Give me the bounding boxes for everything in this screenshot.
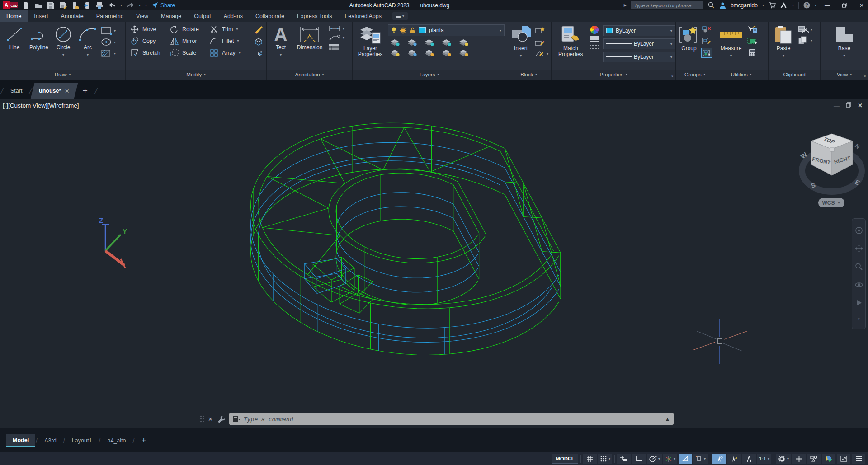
- annotation-monitor[interactable]: [792, 454, 806, 464]
- layer-tool-icon[interactable]: [458, 38, 469, 47]
- model-space-toggle[interactable]: MODEL: [552, 454, 578, 464]
- username[interactable]: bmcgarrido: [731, 2, 758, 9]
- ribbon-display-toggle[interactable]: ▬▾: [392, 12, 408, 20]
- ribbon-tab-output[interactable]: Output: [188, 10, 217, 22]
- plot-icon[interactable]: [96, 2, 104, 9]
- share-button[interactable]: Share: [151, 2, 175, 9]
- properties-expander-icon[interactable]: ↘: [670, 73, 674, 78]
- trim-button[interactable]: Trim▾: [210, 23, 251, 35]
- open-from-web-icon[interactable]: [71, 2, 79, 9]
- grid-toggle[interactable]: [583, 454, 597, 464]
- qat-customize-icon[interactable]: ▾: [145, 3, 147, 7]
- navbar-more-icon[interactable]: ▾: [858, 317, 860, 321]
- layer-dropdown[interactable]: planta ▾: [388, 24, 505, 36]
- customization-menu[interactable]: [852, 454, 865, 464]
- measure-dropdown-icon[interactable]: ▾: [730, 53, 732, 59]
- save-icon[interactable]: [47, 2, 55, 9]
- cut-button[interactable]: ▾: [797, 25, 812, 33]
- polyline-button[interactable]: Polyline: [27, 23, 51, 51]
- undo-icon[interactable]: [108, 2, 116, 9]
- layout-tab-a3rd[interactable]: A3rd: [38, 435, 62, 446]
- mirror-button[interactable]: Mirror: [170, 35, 208, 47]
- help-dropdown-icon[interactable]: ▾: [815, 3, 816, 7]
- text-dropdown-icon[interactable]: ▾: [280, 52, 282, 58]
- annotation-scale-icon[interactable]: [742, 454, 756, 464]
- open-folder-icon[interactable]: [35, 2, 42, 9]
- layer-tool-icon[interactable]: [441, 48, 452, 57]
- dimension-button[interactable]: Dimension: [294, 23, 326, 51]
- move-button[interactable]: Move: [130, 23, 168, 35]
- rotate-button[interactable]: Rotate: [170, 23, 208, 35]
- array-dropdown-icon[interactable]: ▾: [239, 51, 241, 55]
- arc-button[interactable]: Arc ▾: [76, 23, 99, 58]
- quick-select-button[interactable]: [747, 24, 758, 34]
- new-layout-button[interactable]: +: [135, 433, 153, 448]
- help-icon[interactable]: ?: [803, 2, 810, 9]
- ribbon-tab-collaborate[interactable]: Collaborate: [249, 10, 291, 22]
- create-block-button[interactable]: [534, 25, 545, 35]
- trim-dropdown-icon[interactable]: ▾: [236, 27, 238, 31]
- linetype-dropdown[interactable]: ByLayer ▾: [603, 52, 675, 62]
- autoscale-toggle[interactable]: [727, 454, 741, 464]
- graphics-performance[interactable]: [822, 454, 835, 464]
- ribbon-tab-insert[interactable]: Insert: [28, 10, 54, 22]
- command-close-icon[interactable]: ✕: [208, 416, 213, 423]
- circle-button[interactable]: Circle ▾: [52, 23, 75, 58]
- search-icon[interactable]: [708, 2, 715, 9]
- quick-calculator-button[interactable]: [747, 48, 758, 58]
- zoom-icon[interactable]: [855, 263, 863, 271]
- snap-toggle[interactable]: ▾: [598, 454, 612, 464]
- lineweight-dropdown[interactable]: ByLayer ▾: [603, 38, 675, 49]
- explode-button[interactable]: [253, 37, 264, 47]
- layer-tool-icon[interactable]: [390, 38, 401, 47]
- fillet-button[interactable]: Fillet▾: [210, 35, 251, 47]
- save-as-icon[interactable]: [59, 2, 67, 9]
- file-tab-close-icon[interactable]: ✕: [65, 88, 70, 94]
- user-dropdown-icon[interactable]: ▾: [762, 3, 764, 7]
- match-properties-button[interactable]: Match Properties: [555, 23, 586, 57]
- ribbon-tab-annotate[interactable]: Annotate: [55, 10, 90, 22]
- edit-attributes-button[interactable]: ▾: [534, 50, 548, 58]
- save-to-web-icon[interactable]: [84, 2, 91, 9]
- user-avatar-icon[interactable]: [719, 2, 726, 9]
- layer-tool-icon[interactable]: [424, 38, 435, 47]
- layout-tab-layout1[interactable]: Layout1: [66, 435, 98, 446]
- ellipse-button[interactable]: ▾: [100, 38, 116, 46]
- linear-dimension-button[interactable]: ▾: [328, 25, 344, 32]
- new-file-icon[interactable]: [23, 2, 30, 9]
- orbit-icon[interactable]: [855, 281, 863, 289]
- line-button[interactable]: Line: [3, 23, 26, 51]
- insert-dropdown-icon[interactable]: ▾: [520, 53, 522, 59]
- object-snap-toggle[interactable]: ▾: [693, 454, 708, 464]
- lineweight-icon[interactable]: [590, 36, 599, 42]
- ribbon-tab-parametric[interactable]: Parametric: [90, 10, 130, 22]
- panel-label-layers[interactable]: Layers▾: [353, 70, 506, 80]
- customize-wrench-icon[interactable]: [217, 415, 226, 423]
- file-tab-start[interactable]: Start: [4, 83, 28, 99]
- autocad-logo-icon[interactable]: ACAD: [3, 1, 18, 9]
- isodraft-toggle[interactable]: ▾: [663, 454, 677, 464]
- edit-block-button[interactable]: [534, 38, 545, 47]
- undo-dropdown-icon[interactable]: ▾: [120, 3, 122, 7]
- panel-label-draw[interactable]: Draw▾: [0, 70, 125, 80]
- ribbon-tab-view[interactable]: View: [130, 10, 155, 22]
- stretch-button[interactable]: Stretch: [130, 47, 168, 58]
- show-motion-icon[interactable]: [855, 299, 863, 307]
- pan-icon[interactable]: [855, 244, 863, 253]
- ribbon-tab-manage[interactable]: Manage: [155, 10, 188, 22]
- panel-label-annotation[interactable]: Annotation▾: [267, 70, 352, 80]
- close-button[interactable]: ✕: [855, 0, 868, 10]
- layer-tool-icon[interactable]: [390, 48, 401, 57]
- group-selection-toggle[interactable]: [701, 48, 712, 58]
- layer-tool-icon[interactable]: [441, 38, 452, 47]
- copy-button[interactable]: Copy: [130, 35, 168, 47]
- group-edit-button[interactable]: [701, 36, 712, 46]
- view-expander-icon[interactable]: ↘: [863, 73, 866, 78]
- ortho-toggle[interactable]: [632, 454, 646, 464]
- measure-button[interactable]: Measure ▾: [717, 23, 745, 59]
- array-button[interactable]: Array▾: [210, 47, 251, 58]
- minimize-button[interactable]: —: [821, 0, 834, 10]
- layer-properties-button[interactable]: Layer Properties: [356, 23, 384, 57]
- layout-tab-model[interactable]: Model: [6, 434, 35, 447]
- drawing-area[interactable]: [-][Custom View][Wireframe] — ✕ Z Y: [0, 99, 868, 428]
